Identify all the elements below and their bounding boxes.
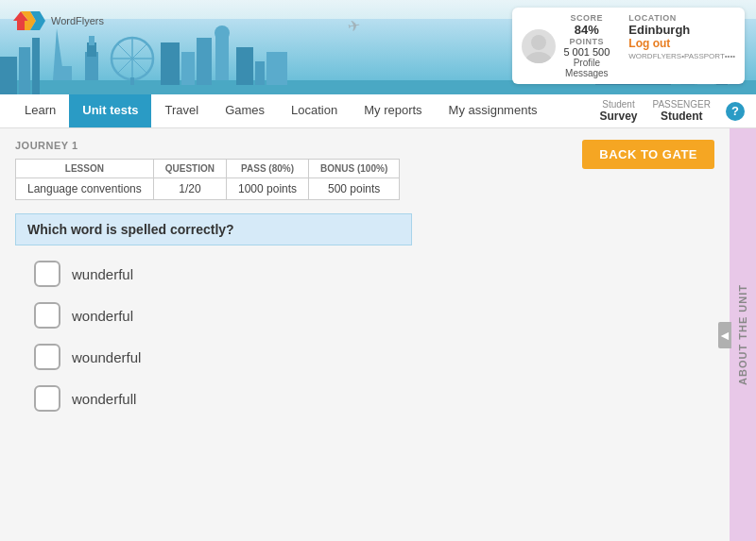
- answer-text-4: wonderfull: [72, 391, 136, 407]
- header: WordFlyers SCORE 84% POINTS 5 001 500 Pr…: [0, 0, 756, 94]
- back-to-gate-button[interactable]: BACK TO GATE: [582, 140, 714, 169]
- passenger-label: PASSENGER: [653, 99, 712, 110]
- survey-label: Survey: [599, 110, 637, 123]
- answer-option-1[interactable]: wunderful: [34, 261, 714, 287]
- points-label: POINTS: [570, 37, 605, 46]
- logo-area: WordFlyers: [11, 8, 104, 34]
- profile-label[interactable]: Profile: [574, 58, 600, 68]
- passport-info: SCORE 84% POINTS 5 001 500 Profile Messa…: [563, 13, 735, 78]
- passport-username: WORDFLYERS•PASSPORT••••: [628, 52, 735, 60]
- cell-question: 1/20: [153, 178, 226, 200]
- nav-games[interactable]: Games: [212, 94, 278, 127]
- location-label: LOCATION: [628, 13, 735, 23]
- avatar: [522, 29, 556, 63]
- messages-label[interactable]: Messages: [565, 68, 609, 78]
- nav-right: Student Survey PASSENGER Student ?: [599, 99, 745, 123]
- journey-label: JOURNEY 1: [15, 140, 400, 151]
- arrow-icon: ◄: [718, 328, 731, 343]
- nav-bar: Learn Unit tests Travel Games Location M…: [0, 94, 756, 128]
- nav-location[interactable]: Location: [278, 94, 351, 127]
- nav-items: Learn Unit tests Travel Games Location M…: [11, 94, 551, 127]
- answer-text-3: wounderful: [72, 349, 141, 365]
- answer-option-2[interactable]: wonderful: [34, 302, 714, 329]
- score-value: 84%: [575, 23, 599, 37]
- question-text: Which word is spelled correctly?: [27, 222, 234, 237]
- nav-travel[interactable]: Travel: [151, 94, 212, 127]
- student-survey-button[interactable]: Student Survey: [599, 99, 637, 123]
- main-content: JOURNEY 1 LESSON QUESTION PASS (80%) BON…: [0, 128, 756, 541]
- cell-lesson: Language conventions: [16, 178, 154, 200]
- col-lesson: LESSON: [16, 160, 154, 178]
- sidebar-toggle-button[interactable]: ◄: [718, 322, 731, 348]
- answer-checkbox-1[interactable]: [34, 261, 60, 287]
- answer-option-4[interactable]: wonderfull: [34, 385, 714, 412]
- score-label: SCORE: [571, 13, 604, 23]
- answer-checkbox-4[interactable]: [34, 385, 60, 412]
- table-row: Language conventions 1/20 1000 points 50…: [16, 178, 400, 200]
- cell-bonus: 500 points: [309, 178, 400, 200]
- passenger-name: Student: [661, 110, 703, 123]
- logo-label: WordFlyers: [51, 15, 104, 27]
- location-value: Edinburgh: [628, 23, 735, 37]
- answer-text-2: wonderful: [72, 308, 133, 324]
- points-value: 5 001 500: [563, 46, 610, 58]
- header-top: WordFlyers SCORE 84% POINTS 5 001 500 Pr…: [0, 0, 756, 84]
- content-area: JOURNEY 1 LESSON QUESTION PASS (80%) BON…: [0, 128, 730, 541]
- passenger-info: PASSENGER Student: [653, 99, 712, 123]
- wordflyers-logo: [11, 8, 47, 34]
- nav-my-reports[interactable]: My reports: [351, 94, 435, 127]
- svg-point-33: [531, 35, 546, 50]
- nav-my-assignments[interactable]: My assignments: [436, 94, 551, 127]
- nav-unit-tests[interactable]: Unit tests: [69, 94, 151, 127]
- col-bonus: BONUS (100%): [309, 160, 400, 178]
- lesson-table: LESSON QUESTION PASS (80%) BONUS (100%) …: [15, 159, 400, 200]
- question-box: Which word is spelled correctly?: [15, 213, 412, 245]
- cell-pass: 1000 points: [227, 178, 309, 200]
- col-question: QUESTION: [153, 160, 226, 178]
- answers-area: wunderful wonderful wounderful wonderful…: [15, 261, 714, 412]
- passport-card: SCORE 84% POINTS 5 001 500 Profile Messa…: [512, 8, 745, 84]
- nav-learn[interactable]: Learn: [11, 94, 69, 127]
- help-button[interactable]: ?: [726, 102, 745, 121]
- logout-button[interactable]: Log out: [628, 37, 735, 50]
- student-label: Student: [602, 99, 634, 110]
- about-unit-label: ABOUT THE UNIT: [737, 284, 748, 385]
- answer-checkbox-2[interactable]: [34, 302, 60, 329]
- col-pass: PASS (80%): [227, 160, 309, 178]
- answer-text-1: wunderful: [72, 266, 133, 282]
- right-sidebar: ◄ ABOUT THE UNIT: [730, 128, 756, 541]
- answer-option-3[interactable]: wounderful: [34, 344, 714, 370]
- svg-point-34: [525, 52, 552, 63]
- answer-checkbox-3[interactable]: [34, 344, 60, 370]
